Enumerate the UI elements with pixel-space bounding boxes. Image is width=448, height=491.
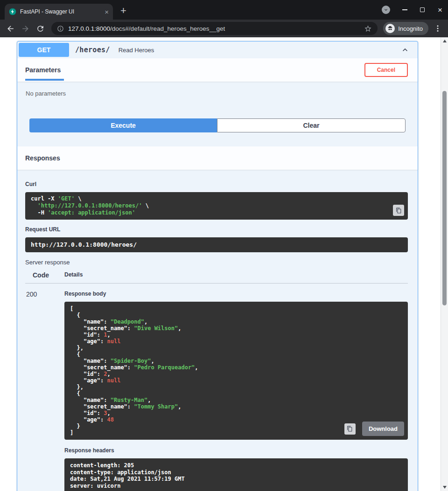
response-headers-label: Response headers (64, 447, 408, 454)
address-bar[interactable]: 127.0.0.1:8000/docs#/default/read_heroes… (51, 22, 378, 35)
browser-toolbar: 127.0.0.1:8000/docs#/default/read_heroes… (0, 20, 448, 37)
browser-tab-bar: FastAPI - Swagger UI × + × (0, 0, 448, 20)
minimize-button[interactable] (401, 7, 408, 13)
collapse-chevron-icon[interactable] (400, 45, 410, 55)
bookmark-star-icon[interactable] (364, 25, 372, 33)
download-button[interactable]: Download (362, 422, 404, 436)
request-url-label: Request URL (25, 226, 408, 233)
maximize-button[interactable] (419, 7, 426, 13)
response-details-header: Details (64, 271, 83, 279)
copy-curl-button[interactable] (393, 205, 404, 216)
site-info-icon[interactable] (57, 25, 64, 32)
response-row: 200 Response body [ { "name": "Deadpond"… (25, 284, 408, 491)
status-code: 200 (25, 290, 64, 491)
browser-menu-icon[interactable] (432, 23, 443, 34)
execute-button[interactable]: Execute (29, 118, 217, 132)
response-body-label: Response body (64, 290, 408, 297)
window-controls: × (382, 0, 443, 20)
request-url-value: http://127.0.0.1:8000/heroes/ (25, 237, 408, 252)
reload-button[interactable] (35, 23, 46, 34)
endpoint-summary: Read Heroes (119, 47, 400, 54)
browser-tab[interactable]: FastAPI - Swagger UI × (5, 4, 113, 20)
parameters-title: Parameters (25, 66, 61, 74)
url-path: /docs#/default/read_heroes_heroes__get (110, 25, 225, 32)
window-close-button[interactable]: × (437, 7, 443, 13)
response-headers-block: content-length: 205 content-type: applic… (64, 458, 408, 491)
url-host: 127.0.0.1:8000 (68, 25, 110, 32)
forward-button[interactable] (20, 23, 31, 34)
back-button[interactable] (5, 23, 16, 34)
opblock-get-heroes: GET /heroes/ Read Heroes Parameters Canc… (17, 41, 418, 491)
response-code-header: Code (25, 271, 64, 279)
scrollbar-thumb[interactable] (442, 91, 447, 305)
incognito-icon (385, 24, 395, 33)
scroll-up-button[interactable] (441, 37, 448, 45)
tab-close-icon[interactable]: × (105, 8, 109, 15)
curl-label: Curl (25, 181, 408, 187)
url-text: 127.0.0.1:8000/docs#/default/read_heroes… (68, 25, 360, 32)
new-tab-button[interactable]: + (120, 6, 126, 16)
cancel-button[interactable]: Cancel (364, 63, 408, 77)
fastapi-favicon-icon (9, 8, 16, 15)
copy-response-button[interactable] (344, 423, 356, 435)
execute-row: Execute Clear (29, 118, 406, 132)
response-table-header: Code Details (25, 271, 408, 284)
responses-body: Curl curl -X 'GET' \ 'http://127.0.0.1:8… (17, 170, 418, 491)
endpoint-path: /heroes/ (75, 46, 110, 54)
page-content: GET /heroes/ Read Heroes Parameters Canc… (0, 37, 448, 491)
response-body-block: [ { "name": "Deadpond", "secret_name": "… (64, 302, 408, 440)
parameters-header: Parameters Cancel (17, 58, 418, 82)
curl-block: curl -X 'GET' \ 'http://127.0.0.1:8000/h… (25, 192, 408, 220)
responses-header: Responses (17, 146, 418, 170)
curl-command: curl -X 'GET' \ 'http://127.0.0.1:8000/h… (25, 192, 408, 220)
response-body-json: [ { "name": "Deadpond", "secret_name": "… (64, 302, 408, 440)
scrollbar-track[interactable] (441, 37, 448, 491)
responses-title: Responses (25, 154, 60, 162)
opblock-summary[interactable]: GET /heroes/ Read Heroes (17, 41, 418, 58)
clear-button[interactable]: Clear (217, 118, 406, 132)
no-parameters-text: No parameters (26, 90, 410, 97)
server-response-label: Server response (25, 259, 408, 266)
tab-search-icon[interactable] (382, 6, 390, 14)
incognito-badge: Incognito (383, 22, 428, 35)
tab-title: FastAPI - Swagger UI (20, 8, 101, 15)
parameters-body: No parameters Execute Clear (17, 82, 418, 146)
incognito-label: Incognito (398, 25, 423, 32)
scroll-down-button[interactable] (441, 484, 448, 491)
method-badge: GET (19, 43, 69, 57)
